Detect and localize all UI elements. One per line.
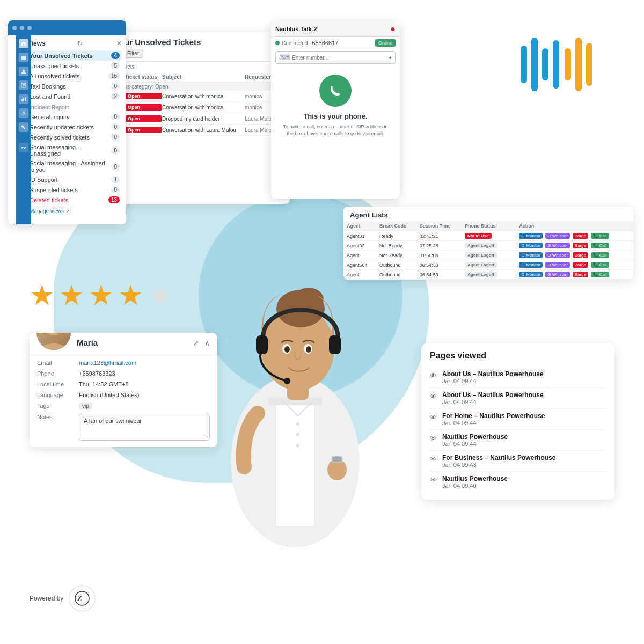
sidebar-item-suspended[interactable]: Suspended tickets 0 (27, 185, 122, 195)
sidebar-item-deleted[interactable]: Deleted tickets 13 (27, 195, 122, 205)
tickets-title: Your Unsolved Tickets (115, 38, 282, 47)
sidebar-item-lost[interactable]: Lost and Found 2 (27, 91, 122, 101)
collapse-icon[interactable]: ✕ (116, 40, 122, 47)
call-btn[interactable]: 📞 Call (591, 233, 609, 239)
agent-row: Agent Outbound 06:54:59 Agent Logoff ⊙ M… (343, 270, 633, 280)
agent-actions: ⊙ Monitor ⊙ Whisper Barge 📞 Call (516, 251, 633, 260)
barge-btn[interactable]: Barge (573, 272, 588, 277)
refresh-icon[interactable]: ↻ (77, 40, 83, 47)
barge-btn[interactable]: Barge (573, 243, 588, 248)
call-btn[interactable]: 📞 Call (591, 272, 609, 277)
sidebar-item-id[interactable]: ID Support 1 (27, 174, 122, 185)
barge-btn[interactable]: Barge (573, 262, 588, 268)
zendesk-logo: Z (69, 585, 96, 612)
collapse-card-icon[interactable]: ∧ (204, 339, 210, 347)
local-time-row: Local time Thu, 14:52 GMT+8 (37, 379, 210, 390)
phone-add-icon[interactable]: + (389, 55, 392, 61)
ticket-subject: Conversation with monica (162, 105, 245, 111)
svg-point-9 (23, 112, 25, 114)
agent-name: Agent02 (343, 241, 376, 251)
manage-views-link[interactable]: Manage views ↗ (27, 205, 122, 217)
resize-handle[interactable]: ⤡ (204, 433, 208, 439)
table-row[interactable]: Open Conversation with Laura Malou Laura… (107, 125, 290, 136)
table-header: Ticket status Subject Requester (107, 72, 290, 83)
sidebar-content: Views ↻ ✕ Your Unsolved Tickets 4 Unassi… (23, 35, 126, 222)
barge-btn[interactable]: Barge (573, 233, 588, 239)
whisper-btn[interactable]: ⊙ Whisper (545, 243, 570, 248)
star-2: ★ (59, 279, 84, 311)
zk-icon[interactable]: zk (19, 143, 28, 152)
inbox-icon[interactable] (19, 53, 28, 62)
phone-row: Phone +6598763323 (37, 368, 210, 379)
customer-avatar-float (35, 333, 72, 352)
tools-icon[interactable] (19, 122, 28, 132)
close-phone-icon[interactable]: ● (390, 24, 396, 34)
phone-titlebar: Nautilus Talk-2 ● (271, 21, 400, 37)
svg-point-17 (45, 333, 62, 335)
notes-box[interactable]: A fan of our swimwear ⤡ (79, 414, 210, 441)
session-time: 06:54:59 (416, 270, 462, 280)
call-btn[interactable]: 📞 Call (591, 262, 609, 268)
monitor-btn[interactable]: ⊙ Monitor (519, 252, 543, 258)
star-5-empty: ★ (148, 279, 173, 311)
agent-name: Agent01 (343, 231, 376, 241)
whisper-btn[interactable]: ⊙ Whisper (545, 272, 570, 277)
svg-rect-14 (565, 48, 571, 80)
session-time: 01:56:06 (416, 251, 462, 260)
sidebar-item-unassigned[interactable]: Unassigned tickets 5 (27, 61, 122, 71)
monitor-btn[interactable]: ⊙ Monitor (519, 233, 543, 239)
barge-btn[interactable]: Barge (573, 252, 588, 258)
sidebar-item-all-unsolved[interactable]: All unsolved tickets 16 (27, 71, 122, 81)
page-name: For Business – Nautilus Powerhouse (442, 454, 555, 462)
tickets-panel: Your Unsolved Tickets ⚡ Filter 4 tickets… (107, 32, 290, 204)
session-time: 02:43:21 (416, 231, 462, 241)
agent-row: Agent584 Outbound 06:54:38 Agent Logoff … (343, 260, 633, 270)
customer-card: Maria ⤢ ∧ Email maria123@hmail.com Phone… (30, 333, 217, 447)
phone-number-input[interactable] (292, 55, 389, 61)
call-btn[interactable]: 📞 Call (591, 252, 609, 258)
sidebar-item-solved[interactable]: Recently solved tickets 0 (27, 132, 122, 142)
reports-icon[interactable] (19, 94, 28, 104)
break-code: Outbound (376, 270, 416, 280)
whisper-btn[interactable]: ⊙ Whisper (545, 252, 570, 258)
phone-call-button[interactable] (319, 75, 352, 107)
sidebar-item-general[interactable]: General inquiry 0 (27, 112, 122, 122)
svg-rect-6 (21, 99, 23, 101)
sidebar-item-social-assigned[interactable]: Social messaging - Assigned to you 0 (27, 158, 122, 174)
agent-lists-title: Agent Lists (343, 207, 633, 221)
col-session: Session Time (416, 221, 462, 231)
table-row[interactable]: Open Conversation with monica monica (107, 91, 290, 102)
external-link-icon[interactable]: ⤢ (193, 339, 199, 347)
settings-icon[interactable] (19, 108, 28, 118)
phone-widget: Nautilus Talk-2 ● Connected 68566617 Onl… (271, 21, 400, 199)
agent-actions: ⊙ Monitor ⊙ Whisper Barge 📞 Call (516, 231, 633, 241)
phone-input-row[interactable]: ⌨ + (275, 51, 396, 64)
table-row[interactable]: Open Conversation with monica monica (107, 102, 290, 113)
phone-status-badge: Not In Use (462, 231, 508, 241)
sidebar-item-updated[interactable]: Recently updated tickets 0 (27, 122, 122, 132)
monitor-btn[interactable]: ⊙ Monitor (519, 272, 543, 277)
page-view-item: 👁 About Us – Nautilus Powerhouse Jan 04 … (430, 388, 606, 409)
monitor-btn[interactable]: ⊙ Monitor (519, 262, 543, 268)
status-badge: Open (125, 115, 162, 122)
table-row[interactable]: Open Dropped my card holder Laura Malo..… (107, 113, 290, 125)
notes-label: Notes (37, 414, 75, 420)
monitor-btn[interactable]: ⊙ Monitor (519, 243, 543, 248)
tickets-header: Your Unsolved Tickets ⚡ Filter (107, 32, 290, 62)
contacts-icon[interactable] (19, 67, 28, 76)
whisper-btn[interactable]: ⊙ Whisper (545, 233, 570, 239)
page-info: Nautilus Powerhouse Jan 04 09:44 (442, 433, 508, 447)
sidebar-item-social-unassigned[interactable]: Social messaging - Unassigned 0 (27, 142, 122, 158)
page-info: Nautilus Powerhouse Jan 04 09:40 (442, 475, 508, 489)
dot-1 (12, 26, 17, 30)
home-icon[interactable] (19, 39, 28, 48)
sidebar-item-taxi[interactable]: Taxi Bookings 0 (27, 81, 122, 91)
section-incident[interactable]: Incident Report (27, 101, 122, 112)
phone-pad-icon: ⌨ (279, 53, 290, 62)
articles-icon[interactable] (19, 80, 28, 90)
email-value[interactable]: maria123@hmail.com (79, 360, 136, 366)
call-btn[interactable]: 📞 Call (591, 243, 609, 248)
online-badge: Online (375, 39, 396, 47)
whisper-btn[interactable]: ⊙ Whisper (545, 262, 570, 268)
sidebar-item-your-unsolved[interactable]: Your Unsolved Tickets 4 (27, 50, 122, 61)
